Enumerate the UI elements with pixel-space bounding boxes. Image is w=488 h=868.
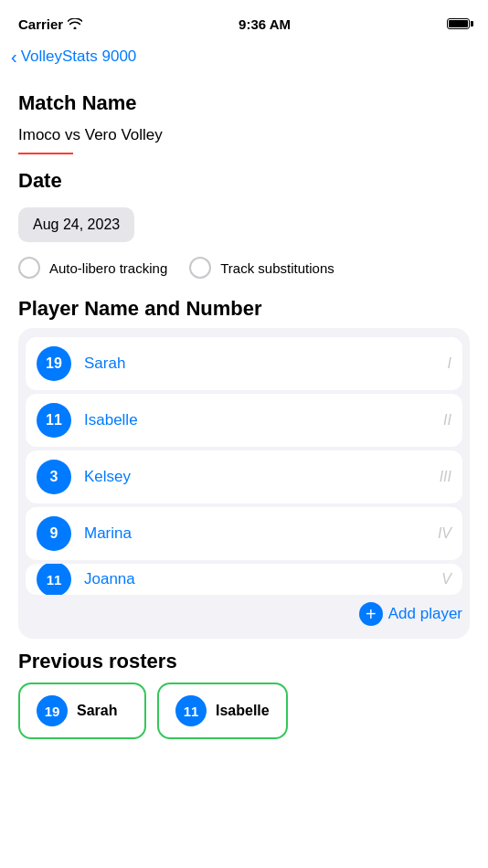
main-content: Match Name Date Aug 24, 2023 Auto-libero… xyxy=(0,73,488,757)
roster-card-badge-0: 19 xyxy=(37,695,68,726)
previous-rosters-label: Previous rosters xyxy=(18,650,470,673)
roster-card-0[interactable]: 19 Sarah xyxy=(18,683,146,739)
player-badge-0: 19 xyxy=(37,346,71,381)
back-button[interactable]: ‹ VolleyStats 9000 xyxy=(0,40,488,73)
player-name-1: Isabelle xyxy=(84,411,430,429)
date-label: Date xyxy=(18,169,470,193)
battery-icon xyxy=(447,18,470,29)
player-name-3: Marina xyxy=(84,524,425,543)
add-player-row: + Add player xyxy=(18,598,470,633)
player-section-label: Player Name and Number xyxy=(18,297,470,321)
match-name-underline xyxy=(18,153,73,154)
player-row[interactable]: 11 Isabelle II xyxy=(26,394,462,447)
match-name-input[interactable] xyxy=(18,122,470,153)
player-row[interactable]: 9 Marina IV xyxy=(26,507,462,560)
roster-card-badge-1: 11 xyxy=(175,695,207,726)
player-name-0: Sarah xyxy=(84,355,435,373)
wifi-icon xyxy=(68,18,82,29)
player-name-4: Joanna xyxy=(84,570,429,588)
roster-cards-row: 19 Sarah 11 Isabelle xyxy=(18,683,470,739)
auto-libero-radio[interactable] xyxy=(18,257,40,279)
status-time: 9:36 AM xyxy=(239,16,291,32)
add-player-plus-icon: + xyxy=(359,602,383,626)
track-subs-option[interactable]: Track substitutions xyxy=(189,257,334,279)
match-name-label: Match Name xyxy=(18,91,470,115)
player-row[interactable]: 3 Kelsey III xyxy=(26,450,462,503)
player-badge-4: 11 xyxy=(37,564,71,595)
roster-card-1[interactable]: 11 Isabelle xyxy=(157,683,288,739)
player-row-partial: 11 Joanna V xyxy=(26,564,462,595)
previous-rosters-section: Previous rosters 19 Sarah 11 Isabelle xyxy=(18,650,470,739)
player-order-1: II xyxy=(443,412,451,429)
date-value: Aug 24, 2023 xyxy=(33,217,120,233)
date-section: Date Aug 24, 2023 xyxy=(18,169,470,242)
back-chevron-icon: ‹ xyxy=(11,48,17,66)
player-badge-3: 9 xyxy=(37,516,71,551)
player-name-2: Kelsey xyxy=(84,468,427,486)
options-row: Auto-libero tracking Track substitutions xyxy=(18,257,470,279)
player-order-3: IV xyxy=(438,525,451,542)
player-badge-2: 3 xyxy=(37,460,71,494)
status-bar: Carrier 9:36 AM xyxy=(0,0,488,40)
player-order-4: V xyxy=(441,571,451,587)
carrier-text: Carrier xyxy=(18,16,63,32)
date-picker-button[interactable]: Aug 24, 2023 xyxy=(18,207,134,242)
battery-indicator xyxy=(447,18,470,29)
player-list-container: 19 Sarah I 11 Isabelle II 3 Kelsey III 9… xyxy=(18,328,470,639)
auto-libero-option[interactable]: Auto-libero tracking xyxy=(18,257,167,279)
add-player-label: Add player xyxy=(388,605,462,623)
player-badge-1: 11 xyxy=(37,403,71,438)
add-player-button[interactable]: + Add player xyxy=(359,602,462,626)
auto-libero-label: Auto-libero tracking xyxy=(49,260,167,276)
track-subs-label: Track substitutions xyxy=(220,260,334,276)
carrier-label: Carrier xyxy=(18,16,82,32)
track-subs-radio[interactable] xyxy=(189,257,211,279)
roster-card-name-1: Isabelle xyxy=(216,703,270,719)
back-label: VolleyStats 9000 xyxy=(21,48,137,66)
player-order-0: I xyxy=(448,355,451,372)
roster-card-name-0: Sarah xyxy=(77,703,117,719)
player-order-2: III xyxy=(440,469,451,485)
player-row[interactable]: 19 Sarah I xyxy=(26,337,462,390)
